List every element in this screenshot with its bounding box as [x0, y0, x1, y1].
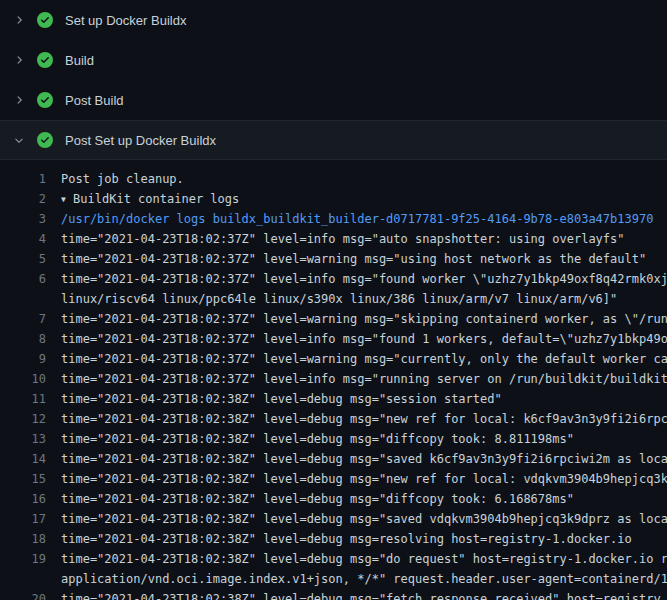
check-circle-icon	[37, 92, 53, 108]
step-title: Build	[65, 53, 94, 68]
log-line: 10time="2021-04-23T18:02:37Z" level=info…	[0, 369, 667, 389]
log-text: /usr/bin/docker logs buildx_buildkit_bui…	[46, 209, 653, 229]
log-line: 2▼ BuildKit container logs	[0, 189, 667, 209]
log-text: time="2021-04-23T18:02:37Z" level=info m…	[46, 329, 667, 349]
chevron-right-icon	[11, 12, 27, 28]
log-line-number[interactable]: 20	[0, 589, 46, 600]
log-line-number[interactable]: 9	[0, 349, 46, 369]
check-circle-icon	[37, 12, 53, 28]
step-title: Post Set up Docker Buildx	[65, 133, 216, 148]
step-header[interactable]: Build	[0, 40, 667, 80]
log-text: time="2021-04-23T18:02:38Z" level=debug …	[46, 549, 667, 569]
log-line-number[interactable]: 4	[0, 229, 46, 249]
triangle-down-icon: ▼	[61, 190, 66, 209]
log-line-number[interactable]: 19	[0, 549, 46, 569]
log-text: time="2021-04-23T18:02:38Z" level=debug …	[46, 449, 667, 469]
log-text: time="2021-04-23T18:02:38Z" level=debug …	[46, 489, 574, 509]
step-title: Set up Docker Buildx	[65, 13, 186, 28]
log-line-number[interactable]: 8	[0, 329, 46, 349]
log-line: 7time="2021-04-23T18:02:37Z" level=warni…	[0, 309, 667, 329]
log-line: 13time="2021-04-23T18:02:38Z" level=debu…	[0, 429, 667, 449]
log-line-number[interactable]: 1	[0, 169, 46, 189]
log-line: 15time="2021-04-23T18:02:38Z" level=debu…	[0, 469, 667, 489]
log-group-title: BuildKit container logs	[73, 192, 239, 206]
log-text: time="2021-04-23T18:02:38Z" level=debug …	[46, 509, 667, 529]
step-header[interactable]: Post Set up Docker Buildx	[0, 120, 667, 160]
log-line-number[interactable]: 5	[0, 249, 46, 269]
log-text: time="2021-04-23T18:02:37Z" level=warnin…	[46, 309, 667, 329]
log-text: Post job cleanup.	[46, 169, 184, 189]
log-line-number[interactable]: 18	[0, 529, 46, 549]
actions-log-viewer: Set up Docker BuildxBuildPost BuildPost …	[0, 0, 667, 600]
log-line: 4time="2021-04-23T18:02:37Z" level=info …	[0, 229, 667, 249]
log-text: time="2021-04-23T18:02:37Z" level=info m…	[46, 269, 667, 289]
log-line: 3/usr/bin/docker logs buildx_buildkit_bu…	[0, 209, 667, 229]
steps-list: Set up Docker BuildxBuildPost BuildPost …	[0, 0, 667, 160]
check-circle-icon	[37, 52, 53, 68]
log-line: 20time="2021-04-23T18:02:38Z" level=debu…	[0, 589, 667, 600]
step-header[interactable]: Set up Docker Buildx	[0, 0, 667, 40]
log-text: time="2021-04-23T18:02:38Z" level=debug …	[46, 409, 667, 429]
log-line-number[interactable]: 11	[0, 389, 46, 409]
log-text: time="2021-04-23T18:02:37Z" level=warnin…	[46, 249, 646, 269]
log-line-continuation: application/vnd.oci.image.index.v1+json,…	[0, 569, 667, 589]
log-panel: 1Post job cleanup.2▼ BuildKit container …	[0, 160, 667, 600]
log-line-number[interactable]: 3	[0, 209, 46, 229]
log-text: application/vnd.oci.image.index.v1+json,…	[46, 569, 667, 589]
step-title: Post Build	[65, 93, 124, 108]
log-text: time="2021-04-23T18:02:37Z" level=info m…	[46, 229, 625, 249]
log-line: 1Post job cleanup.	[0, 169, 667, 189]
log-text: time="2021-04-23T18:02:38Z" level=debug …	[46, 389, 502, 409]
log-line: 8time="2021-04-23T18:02:37Z" level=info …	[0, 329, 667, 349]
log-text: time="2021-04-23T18:02:38Z" level=debug …	[46, 469, 667, 489]
log-line-number[interactable]: 17	[0, 509, 46, 529]
log-text: time="2021-04-23T18:02:37Z" level=warnin…	[46, 349, 667, 369]
log-line-number[interactable]: 16	[0, 489, 46, 509]
log-line: 12time="2021-04-23T18:02:38Z" level=debu…	[0, 409, 667, 429]
log-line-continuation: linux/riscv64 linux/ppc64le linux/s390x …	[0, 289, 667, 309]
log-line: 19time="2021-04-23T18:02:38Z" level=debu…	[0, 549, 667, 569]
log-line-number[interactable]: 15	[0, 469, 46, 489]
log-line-number[interactable]: 13	[0, 429, 46, 449]
log-line-number[interactable]: 6	[0, 269, 46, 289]
log-line-number[interactable]: 7	[0, 309, 46, 329]
log-line-number-empty	[0, 569, 46, 589]
log-line: 11time="2021-04-23T18:02:38Z" level=debu…	[0, 389, 667, 409]
log-text: time="2021-04-23T18:02:38Z" level=debug …	[46, 429, 574, 449]
log-line-number[interactable]: 12	[0, 409, 46, 429]
chevron-right-icon	[11, 52, 27, 68]
log-line: 14time="2021-04-23T18:02:38Z" level=debu…	[0, 449, 667, 469]
check-circle-icon	[37, 132, 53, 148]
log-line: 17time="2021-04-23T18:02:38Z" level=debu…	[0, 509, 667, 529]
log-text: time="2021-04-23T18:02:38Z" level=debug …	[46, 529, 632, 549]
log-line-number[interactable]: 14	[0, 449, 46, 469]
step-header[interactable]: Post Build	[0, 80, 667, 120]
log-text: time="2021-04-23T18:02:38Z" level=debug …	[46, 589, 661, 600]
log-line: 5time="2021-04-23T18:02:37Z" level=warni…	[0, 249, 667, 269]
log-line-number[interactable]: 10	[0, 369, 46, 389]
log-line-number[interactable]: 2	[0, 189, 46, 209]
chevron-down-icon	[11, 132, 27, 148]
log-text: linux/riscv64 linux/ppc64le linux/s390x …	[46, 289, 617, 309]
log-group-toggle[interactable]: ▼ BuildKit container logs	[46, 189, 239, 209]
log-line: 9time="2021-04-23T18:02:37Z" level=warni…	[0, 349, 667, 369]
log-text: time="2021-04-23T18:02:37Z" level=info m…	[46, 369, 667, 389]
log-line-number-empty	[0, 289, 46, 309]
log-line: 18time="2021-04-23T18:02:38Z" level=debu…	[0, 529, 667, 549]
chevron-right-icon	[11, 92, 27, 108]
log-line: 16time="2021-04-23T18:02:38Z" level=debu…	[0, 489, 667, 509]
log-line: 6time="2021-04-23T18:02:37Z" level=info …	[0, 269, 667, 289]
